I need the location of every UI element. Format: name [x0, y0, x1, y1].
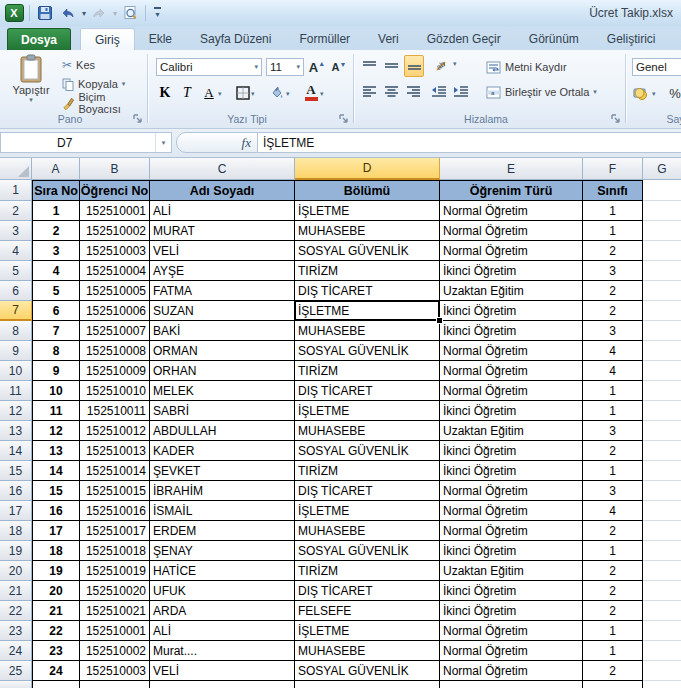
cell[interactable]: 14	[32, 461, 80, 481]
cell[interactable]: AYŞE	[150, 261, 295, 281]
cell[interactable]: ABDULLAH	[150, 421, 295, 441]
cell[interactable]: MUHASEBE	[295, 521, 440, 541]
cell[interactable]: 2	[583, 601, 643, 621]
cell[interactable]: FATMA	[150, 281, 295, 301]
cell[interactable]	[643, 301, 681, 321]
align-right-button[interactable]	[404, 81, 422, 101]
cell[interactable]	[643, 180, 681, 201]
cell[interactable]: 20	[32, 581, 80, 601]
cell[interactable]: İkinci Öğretim	[440, 461, 583, 481]
tab-dosya[interactable]: Dosya	[7, 28, 71, 51]
column-header-E[interactable]: E	[440, 158, 583, 180]
cell[interactable]: VELİ	[150, 661, 295, 681]
customize-qat-icon[interactable]: ▾	[151, 3, 163, 23]
orientation-dropdown-icon[interactable]: ▾	[453, 60, 457, 68]
cell[interactable]	[643, 221, 681, 241]
cell[interactable]: ŞENAY	[150, 541, 295, 561]
cell[interactable]: 152510004	[80, 261, 150, 281]
cell[interactable]: Normal Öğretim	[440, 201, 583, 221]
cell[interactable]	[643, 621, 681, 641]
cell[interactable]: 2	[583, 661, 643, 681]
align-top-button[interactable]	[360, 56, 378, 76]
cell[interactable]: SOSYAL GÜVENLİK	[295, 441, 440, 461]
cell[interactable]: 1	[583, 641, 643, 661]
fx-icon[interactable]: fx	[242, 135, 251, 151]
tab-sayfa-düzeni[interactable]: Sayfa Düzeni	[186, 28, 285, 50]
cell[interactable]: 9	[32, 361, 80, 381]
row-header-24[interactable]: 24	[0, 641, 32, 661]
cell[interactable]: 4	[583, 341, 643, 361]
cell[interactable]: 1	[583, 401, 643, 421]
font-size-select[interactable]: 11▾	[266, 58, 304, 76]
cell[interactable]: 152510013	[80, 441, 150, 461]
row-header-25[interactable]: 25	[0, 661, 32, 681]
cell[interactable]: Normal Öğretim	[440, 501, 583, 521]
cell[interactable]: ERDEM	[150, 521, 295, 541]
align-middle-button[interactable]	[382, 56, 400, 76]
cell[interactable]: 2	[583, 441, 643, 461]
cell[interactable]: MUHASEBE	[295, 321, 440, 341]
cell[interactable]: 152510018	[80, 541, 150, 561]
cell[interactable]: 4	[32, 261, 80, 281]
cell[interactable]	[643, 361, 681, 381]
cell[interactable]: ORHAN	[150, 361, 295, 381]
row-header-8[interactable]: 8	[0, 321, 32, 341]
cell[interactable]: Normal Öğretim	[440, 641, 583, 661]
cell[interactable]: TIRİZM	[295, 361, 440, 381]
column-header-G[interactable]: G	[643, 158, 681, 180]
cell[interactable]: DIŞ TİCARET	[295, 381, 440, 401]
cell[interactable]: DIŞ TİCARET	[295, 581, 440, 601]
orientation-button[interactable]: ab	[434, 55, 452, 75]
cell[interactable]: 19	[32, 561, 80, 581]
cell[interactable]: 152510014	[80, 461, 150, 481]
cell[interactable]: İŞLETME	[295, 621, 440, 641]
align-bottom-button[interactable]	[404, 55, 424, 77]
cell[interactable]	[440, 681, 583, 688]
row-header-13[interactable]: 13	[0, 421, 32, 441]
row-header-9[interactable]: 9	[0, 341, 32, 361]
cell[interactable]: HATİCE	[150, 561, 295, 581]
pano-dialog-launcher-icon[interactable]	[132, 113, 143, 124]
cell[interactable]: VELİ	[150, 241, 295, 261]
paste-button[interactable]: Yapıştır ▾	[6, 54, 56, 104]
cell[interactable]	[643, 261, 681, 281]
cell[interactable]	[32, 681, 80, 688]
cell[interactable]: 152510011	[80, 401, 150, 421]
cell[interactable]: İkinci Öğretim	[440, 321, 583, 341]
cell[interactable]: Normal Öğretim	[440, 481, 583, 501]
cell[interactable]: UFUK	[150, 581, 295, 601]
cell[interactable]: 152510019	[80, 561, 150, 581]
cell[interactable]	[643, 581, 681, 601]
decrease-indent-button[interactable]	[430, 81, 448, 101]
row-header-23[interactable]: 23	[0, 621, 32, 641]
cell[interactable]: 152510001	[80, 201, 150, 221]
number-format-select[interactable]: Genel	[632, 58, 681, 76]
cell[interactable]: 3	[32, 241, 80, 261]
cell[interactable]: 16	[32, 501, 80, 521]
cell[interactable]: 12	[32, 421, 80, 441]
column-header-B[interactable]: B	[80, 158, 150, 180]
table-header-cell[interactable]: Öğrenim Türü	[440, 180, 583, 201]
fill-color-dropdown-icon[interactable]: ▾	[286, 90, 290, 98]
column-header-F[interactable]: F	[583, 158, 643, 180]
cell[interactable]: 23	[32, 641, 80, 661]
tab-görünüm[interactable]: Görünüm	[515, 28, 593, 50]
cell[interactable]: 152510008	[80, 341, 150, 361]
merge-center-button[interactable]: a Birleştir ve Ortala▾	[486, 83, 597, 101]
cell[interactable]: 1	[583, 461, 643, 481]
cell[interactable]	[643, 381, 681, 401]
cell[interactable]: 152510002	[80, 221, 150, 241]
cell[interactable]: 6	[32, 301, 80, 321]
italic-button[interactable]: T	[178, 83, 196, 103]
cell[interactable]: TIRİZM	[295, 561, 440, 581]
cell[interactable]: SOSYAL GÜVENLİK	[295, 541, 440, 561]
cell[interactable]: ALİ	[150, 621, 295, 641]
row-header-15[interactable]: 15	[0, 461, 32, 481]
row-header-19[interactable]: 19	[0, 541, 32, 561]
increase-indent-button[interactable]	[452, 81, 470, 101]
cell[interactable]: İkinci Öğretim	[440, 441, 583, 461]
row-header-26[interactable]	[0, 681, 32, 688]
tab-giriş[interactable]: Giriş	[80, 28, 135, 51]
cell[interactable]	[643, 281, 681, 301]
cell[interactable]	[643, 321, 681, 341]
